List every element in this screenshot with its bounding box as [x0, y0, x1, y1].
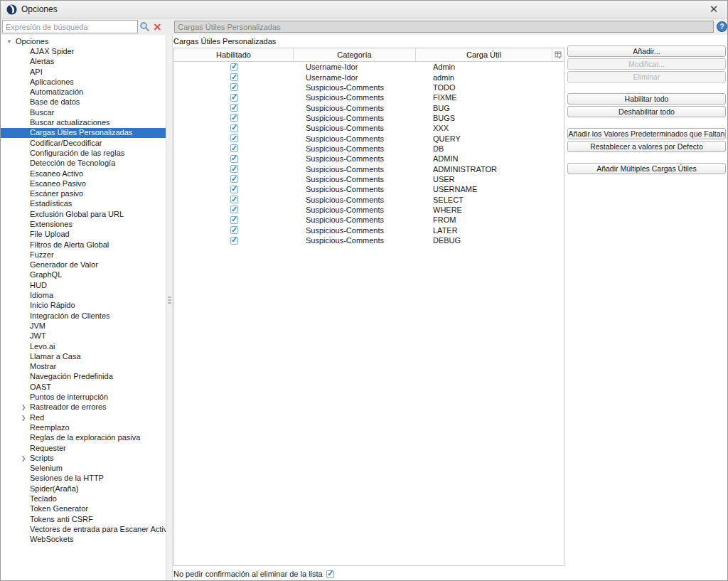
tree-item-codificar-decodificar[interactable]: Codificar/Decodificar — [1, 138, 166, 148]
clear-search-icon[interactable]: ✕ — [151, 21, 164, 33]
tree-item-rastreador-de-errores[interactable]: ❯Rastreador de errores — [1, 403, 166, 412]
tree-item-file-upload[interactable]: File Upload — [1, 230, 166, 240]
enabled-checkbox[interactable] — [230, 73, 238, 81]
tree-item-hud[interactable]: HUD — [1, 280, 166, 290]
tree-item-sesiones-de-la-http[interactable]: Sesiones de la HTTP — [1, 474, 166, 484]
tree-item-exclusi-n-global-para-url[interactable]: Exclusión Global para URL — [1, 209, 166, 219]
tree-item-integraci-n-de-clientes[interactable]: Integración de Clientes — [1, 311, 166, 321]
chevron-right-icon[interactable]: ❯ — [19, 404, 28, 410]
table-row[interactable]: Suspicious-CommentsADMIN — [174, 154, 564, 164]
tree-item-jwt[interactable]: JWT — [1, 331, 166, 341]
enabled-checkbox[interactable] — [230, 186, 238, 193]
tree-item-esc-ner-pasivo[interactable]: Escáner pasivo — [1, 188, 166, 198]
tree-item-graphql[interactable]: GraphQL — [1, 270, 166, 280]
enabled-checkbox[interactable] — [230, 165, 238, 173]
confirm-delete-checkbox[interactable] — [326, 570, 334, 578]
tree-item-base-de-datos[interactable]: Base de datos — [1, 97, 166, 107]
tree-item-mostrar[interactable]: Mostrar — [1, 362, 166, 372]
tree-item-selenium[interactable]: Selenium — [1, 463, 166, 473]
tree-item-idioma[interactable]: Idioma — [1, 290, 166, 300]
column-header-habilitado[interactable]: Habilitado — [174, 48, 294, 61]
tree-item-llamar-a-casa[interactable]: Llamar a Casa — [1, 351, 166, 361]
tree-item-detecci-n-de-tecnolog-a[interactable]: Detección de Tecnología — [1, 159, 166, 169]
table-row[interactable]: Suspicious-CommentsWHERE — [174, 205, 564, 215]
enabled-checkbox[interactable] — [230, 206, 238, 213]
deshabilitar-todo-button[interactable]: Deshabilitar todo — [567, 106, 726, 117]
table-row[interactable]: Suspicious-CommentsDEBUG — [174, 235, 564, 245]
table-row[interactable]: Suspicious-CommentsUSERNAME — [174, 184, 564, 194]
column-header-carga-util[interactable]: Carga Útil — [416, 48, 552, 61]
restablecer-a-valores-por-defecto-button[interactable]: Restablecer a valores por Defecto — [567, 141, 726, 152]
tree-item-configuraci-n-de-las-reglas[interactable]: Configuración de las reglas — [1, 148, 166, 158]
enabled-checkbox[interactable] — [230, 226, 238, 234]
enabled-checkbox[interactable] — [230, 124, 238, 132]
tree-item-reemplazo[interactable]: Reemplazo — [1, 422, 166, 432]
close-icon[interactable]: ✕ — [706, 1, 722, 17]
tree-item-tokens-anti-csrf[interactable]: Tokens anti CSRF — [1, 514, 166, 524]
tree-item-escaneo-pasivo[interactable]: Escaneo Pasivo — [1, 178, 166, 188]
tree-item-requester[interactable]: Requester — [1, 443, 166, 453]
enabled-checkbox[interactable] — [230, 237, 238, 245]
tree-item-token-generator[interactable]: Token Generator — [1, 504, 166, 514]
enabled-checkbox[interactable] — [230, 216, 238, 224]
tree-item-automatizaci-n[interactable]: Automatización — [1, 87, 166, 97]
table-row[interactable]: Username-Idoradmin — [174, 72, 564, 82]
chevron-right-icon[interactable]: ❯ — [19, 415, 28, 421]
a-adir-los-valores-predeterminados-que-faltan-button[interactable]: Añadir los Valores Predeterminados que F… — [567, 128, 726, 139]
tree-item-reglas-de-la-exploraci-n-pasiva[interactable]: Reglas de la exploración pasiva — [1, 433, 166, 443]
table-row[interactable]: Suspicious-CommentsTODO — [174, 82, 564, 92]
enabled-checkbox[interactable] — [230, 94, 238, 102]
tree-item-red[interactable]: ❯Red — [1, 412, 166, 422]
tree-item-api[interactable]: API — [1, 67, 166, 77]
table-row[interactable]: Suspicious-CommentsBUG — [174, 102, 564, 112]
tree-item-ajax-spider[interactable]: AJAX Spider — [1, 46, 166, 56]
tree-item-spider-ara-a-[interactable]: Spider(Araña) — [1, 484, 166, 494]
search-icon[interactable] — [138, 21, 151, 33]
table-row[interactable]: Suspicious-CommentsFROM — [174, 215, 564, 225]
tree-root-opciones[interactable]: ▼ Opciones — [1, 36, 166, 46]
tree-item-estad-sticas[interactable]: Estadísticas — [1, 199, 166, 209]
table-row[interactable]: Suspicious-CommentsQUERY — [174, 133, 564, 143]
enabled-checkbox[interactable] — [230, 134, 238, 142]
enabled-checkbox[interactable] — [230, 155, 238, 163]
table-row[interactable]: Suspicious-CommentsADMINISTRATOR — [174, 164, 564, 174]
tree-item-fuzzer[interactable]: Fuzzer — [1, 250, 166, 260]
enabled-checkbox[interactable] — [230, 63, 238, 71]
enabled-checkbox[interactable] — [230, 114, 238, 122]
help-icon[interactable]: ? — [717, 21, 727, 32]
table-row[interactable]: Username-IdorAdmin — [174, 62, 564, 72]
tree-item-generador-de-valor[interactable]: Generador de Valor — [1, 260, 166, 270]
tree-item-inicio-r-pido[interactable]: Inicio Rápido — [1, 301, 166, 311]
tree-item-cargas-tiles-personalizadas[interactable]: Cargas Útiles Personalizadas — [1, 128, 166, 138]
enabled-checkbox[interactable] — [230, 175, 238, 183]
tree-item-teclado[interactable]: Teclado — [1, 494, 166, 503]
tree-item-alertas[interactable]: Alertas — [1, 57, 166, 67]
tree-item-vectores-de-entrada-para-escaner-activo[interactable]: Vectores de entrada para Escaner Activo — [1, 524, 166, 534]
tree-item-oast[interactable]: OAST — [1, 382, 166, 392]
tree-item-escaneo-activo[interactable]: Escaneo Activo — [1, 169, 166, 178]
tree-item-extensiones[interactable]: Extensiones — [1, 219, 166, 229]
search-input[interactable] — [2, 20, 138, 33]
enabled-checkbox[interactable] — [230, 104, 238, 112]
tree-item-scripts[interactable]: ❯Scripts — [1, 453, 166, 463]
tree-item-websockets[interactable]: WebSockets — [1, 535, 166, 545]
table-row[interactable]: Suspicious-CommentsDB — [174, 144, 564, 154]
chevron-right-icon[interactable]: ❯ — [19, 455, 28, 462]
table-row[interactable]: Suspicious-CommentsUSER — [174, 174, 564, 184]
tree-item-levo-ai[interactable]: Levo.ai — [1, 341, 166, 351]
table-row[interactable]: Suspicious-CommentsFIXME — [174, 92, 564, 102]
habilitar-todo-button[interactable]: Habilitar todo — [567, 93, 726, 105]
tree-item-buscar-actualizaciones[interactable]: Buscar actualizaciones — [1, 117, 166, 127]
tree-item-puntos-de-interrupci-n[interactable]: Puntos de interrupción — [1, 392, 166, 402]
tree-item-buscar[interactable]: Buscar — [1, 107, 166, 117]
split-pane-divider[interactable] — [166, 35, 173, 580]
tree-item-aplicaciones[interactable]: Aplicaciones — [1, 77, 166, 87]
column-control-icon[interactable] — [552, 48, 564, 61]
table-row[interactable]: Suspicious-CommentsXXX — [174, 123, 564, 133]
chevron-down-icon[interactable]: ▼ — [5, 38, 14, 45]
tree-item-filtros-de-alerta-global[interactable]: Filtros de Alerta Global — [1, 240, 166, 250]
enabled-checkbox[interactable] — [230, 83, 238, 91]
column-header-categoria[interactable]: Categoría — [294, 48, 416, 61]
enabled-checkbox[interactable] — [230, 144, 238, 152]
table-row[interactable]: Suspicious-CommentsBUGS — [174, 113, 564, 123]
